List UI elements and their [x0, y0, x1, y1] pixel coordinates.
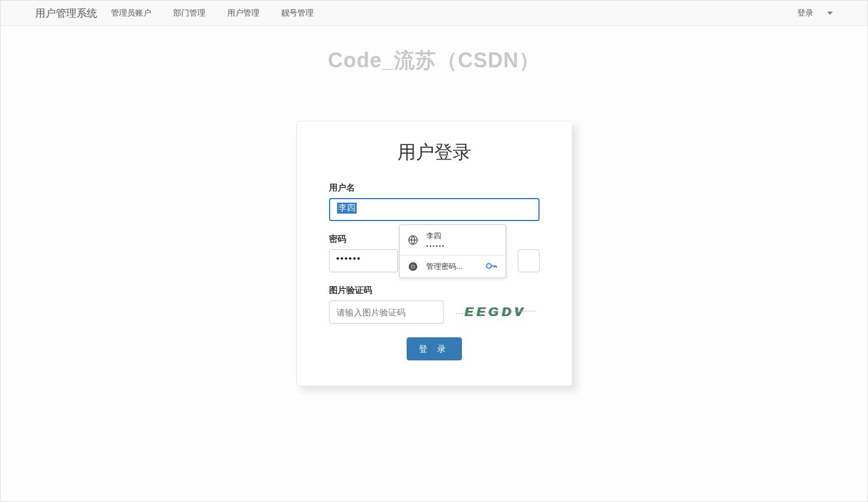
svg-point-4 [487, 264, 491, 268]
captcha-image[interactable]: EEGDV [456, 301, 536, 324]
autofill-user: 李四 [426, 231, 445, 241]
login-title: 用户登录 [329, 140, 540, 165]
autofill-manage-passwords[interactable]: 管理密码... [400, 256, 506, 277]
navbar: 用户管理系统 管理员账户 部门管理 用户管理 靓号管理 登录 [1, 1, 867, 26]
login-button[interactable]: 登 录 [407, 337, 462, 360]
autofill-popup: 李四 •••••• 管理密码... [399, 225, 506, 278]
form-group-username: 用户名 李四 [329, 182, 540, 221]
key-icon [486, 262, 498, 271]
captcha-label: 图片验证码 [329, 285, 540, 296]
nav-link-admin[interactable]: 管理员账户 [111, 8, 151, 18]
caret-down-icon [827, 12, 833, 15]
autofill-suggestion[interactable]: 李四 •••••• [400, 225, 506, 255]
nav-login-dropdown[interactable]: 登录 [797, 8, 833, 18]
form-group-captcha: 图片验证码 EEGDV [329, 285, 540, 324]
watermark-text: Code_流苏（CSDN） [1, 47, 867, 75]
nav-link-dept[interactable]: 部门管理 [173, 8, 205, 18]
nav-login-label: 登录 [797, 8, 813, 18]
password-input[interactable]: •••••• [329, 249, 398, 272]
nav-link-user[interactable]: 用户管理 [227, 8, 259, 18]
username-input-value: 李四 [337, 203, 357, 214]
autofill-pass-dots: •••••• [426, 243, 445, 249]
password-trailing-box[interactable] [518, 249, 540, 272]
username-label: 用户名 [329, 182, 540, 193]
autofill-manage-label: 管理密码... [426, 261, 478, 272]
chrome-icon [408, 261, 418, 272]
svg-point-3 [412, 265, 415, 268]
username-input[interactable]: 李四 [329, 198, 540, 221]
captcha-input[interactable] [329, 301, 444, 324]
navbar-brand[interactable]: 用户管理系统 [35, 6, 97, 20]
globe-icon [408, 235, 418, 245]
nav-link-number[interactable]: 靓号管理 [281, 8, 313, 18]
